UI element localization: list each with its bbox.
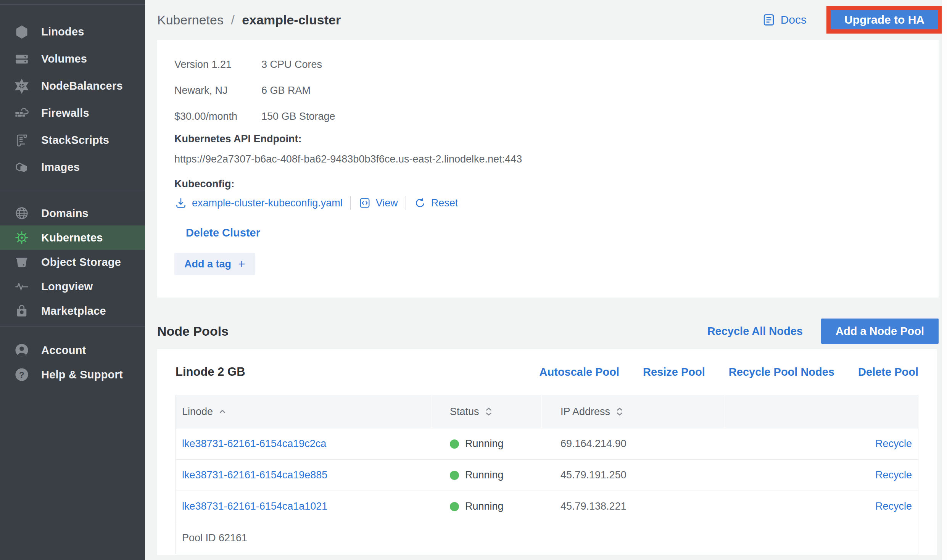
sort-asc-icon: [217, 407, 227, 417]
question-icon: ?: [14, 367, 30, 383]
hexagon-icon: [14, 24, 30, 40]
kubeconfig-reset-link[interactable]: Reset: [414, 196, 458, 209]
sidebar-item-account[interactable]: Account: [0, 338, 145, 362]
header-actions: Docs Upgrade to HA: [762, 6, 942, 34]
sort-icon: [615, 407, 625, 417]
table-row: lke38731-62161-6154ca1a1021 Running 45.7…: [176, 491, 918, 522]
sidebar-item-label: Help & Support: [41, 369, 123, 381]
node-pools-heading: Node Pools: [157, 324, 229, 339]
sort-icon: [484, 407, 494, 417]
node-link[interactable]: lke38731-62161-6154ca1a1021: [182, 500, 327, 512]
svg-text:?: ?: [19, 370, 24, 380]
sidebar-item-nodebalancers[interactable]: NodeBalancers: [0, 72, 145, 100]
docs-link[interactable]: Docs: [762, 13, 807, 27]
status-dot-running: [450, 471, 459, 480]
pulse-icon: [14, 278, 30, 294]
breadcrumb-kubernetes-link[interactable]: Kubernetes: [157, 13, 224, 27]
sidebar-item-stackscripts[interactable]: StackScripts: [0, 127, 145, 154]
column-header-linode[interactable]: Linode: [176, 395, 432, 428]
kubeconfig-download-link[interactable]: example-cluster-kubeconfig.yaml: [174, 196, 343, 209]
cluster-version: Version 1.21: [174, 59, 261, 71]
cluster-cpu: 3 CPU Cores: [261, 59, 322, 71]
node-link[interactable]: lke38731-62161-6154ca19c2ca: [182, 438, 326, 449]
scrollbar[interactable]: [942, 0, 947, 560]
helm-wheel-icon: [14, 230, 30, 246]
sidebar-item-volumes[interactable]: Volumes: [0, 45, 145, 72]
stacked-drives-icon: [14, 51, 30, 67]
summary-card: Version 1.21 3 CPU Cores Newark, NJ 6 GB…: [157, 40, 939, 298]
sidebar: Linodes Volumes NodeBalancers Firewalls: [0, 0, 145, 560]
arrows-hub-icon: [14, 78, 30, 94]
status-text: Running: [465, 438, 504, 450]
document-icon: [762, 13, 776, 27]
sidebar-item-domains[interactable]: Domains: [0, 201, 145, 225]
globe-icon: [14, 205, 30, 221]
recycle-node-link[interactable]: Recycle: [875, 438, 912, 449]
status-dot-running: [450, 502, 459, 511]
add-tag-button[interactable]: Add a tag +: [174, 253, 255, 275]
add-tag-label: Add a tag: [184, 258, 231, 270]
recycle-node-link[interactable]: Recycle: [875, 500, 912, 512]
pool-header: Linode 2 GB Autoscale Pool Resize Pool R…: [176, 349, 918, 395]
sidebar-item-label: StackScripts: [41, 134, 109, 146]
sidebar-item-label: Marketplace: [41, 305, 106, 317]
recycle-all-nodes-link[interactable]: Recycle All Nodes: [707, 325, 803, 338]
breadcrumb: Kubernetes / example-cluster: [157, 13, 341, 27]
sidebar-item-marketplace[interactable]: Marketplace: [0, 299, 145, 323]
person-icon: [14, 342, 30, 358]
status-text: Running: [465, 469, 504, 481]
pool-card: Linode 2 GB Autoscale Pool Resize Pool R…: [157, 349, 937, 555]
api-endpoint-label: Kubernetes API Endpoint:: [174, 133, 921, 145]
autoscale-pool-link[interactable]: Autoscale Pool: [540, 366, 620, 378]
kubeconfig-view-link[interactable]: View: [358, 196, 398, 209]
resize-pool-link[interactable]: Resize Pool: [643, 366, 705, 378]
breadcrumb-separator: /: [231, 13, 234, 27]
plus-icon: +: [238, 257, 245, 271]
column-header-status[interactable]: Status: [432, 395, 542, 428]
delete-cluster-button[interactable]: Delete Cluster: [186, 227, 260, 239]
pool-actions: Autoscale Pool Resize Pool Recycle Pool …: [540, 366, 918, 378]
reset-label: Reset: [431, 197, 458, 209]
sidebar-item-kubernetes[interactable]: Kubernetes: [0, 225, 145, 250]
node-link[interactable]: lke38731-62161-6154ca19e885: [182, 469, 327, 481]
sidebar-item-label: Volumes: [41, 53, 87, 65]
kubeconfig-actions: example-cluster-kubeconfig.yaml View Res…: [174, 195, 921, 211]
spec-row: Newark, NJ 6 GB RAM: [174, 77, 921, 103]
delete-pool-link[interactable]: Delete Pool: [858, 366, 918, 378]
recycle-pool-nodes-link[interactable]: Recycle Pool Nodes: [729, 366, 834, 378]
pool-title: Linode 2 GB: [176, 365, 245, 379]
kubeconfig-filename: example-cluster-kubeconfig.yaml: [192, 197, 343, 209]
add-node-pool-button[interactable]: Add a Node Pool: [821, 319, 939, 344]
table-row: lke38731-62161-6154ca19c2ca Running 69.1…: [176, 428, 918, 459]
sidebar-item-firewalls[interactable]: Firewalls: [0, 100, 145, 127]
page-header: Kubernetes / example-cluster Docs Upgrad…: [157, 0, 942, 40]
node-pools-header: Node Pools Recycle All Nodes Add a Node …: [157, 317, 939, 345]
code-view-icon: [358, 196, 371, 209]
sidebar-section-services: Domains Kubernetes Object Storage Longvi…: [0, 190, 145, 323]
nodes-table: Linode Status IP Address lke38731-62161-…: [176, 395, 918, 554]
recycle-node-link[interactable]: Recycle: [875, 469, 912, 481]
sidebar-item-object-storage[interactable]: Object Storage: [0, 250, 145, 274]
kubeconfig-label: Kubeconfig:: [174, 178, 921, 190]
upgrade-to-ha-button[interactable]: Upgrade to HA: [831, 10, 938, 29]
separator: [350, 196, 351, 210]
node-pools-actions: Recycle All Nodes Add a Node Pool: [707, 319, 939, 344]
sidebar-item-longview[interactable]: Longview: [0, 274, 145, 299]
status-dot-running: [450, 439, 459, 449]
table-header: Linode Status IP Address: [176, 395, 918, 428]
cluster-price: $30.00/month: [174, 111, 261, 122]
download-icon: [174, 196, 187, 209]
sidebar-item-linodes[interactable]: Linodes: [0, 18, 145, 45]
sidebar-item-images[interactable]: Images: [0, 154, 145, 181]
sidebar-item-label: Domains: [41, 207, 89, 220]
sidebar-item-help-support[interactable]: ? Help & Support: [0, 362, 145, 387]
api-endpoint-url: https://9e2a7307-b6ac-408f-ba62-9483b0b3…: [174, 153, 921, 165]
column-header-ip-address[interactable]: IP Address: [542, 395, 725, 428]
table-row: lke38731-62161-6154ca19e885 Running 45.7…: [176, 459, 918, 491]
ip-address: 45.79.138.221: [560, 500, 627, 512]
sidebar-item-label: Firewalls: [41, 107, 89, 119]
brick-wall-cloud-icon: [14, 105, 30, 121]
status-text: Running: [465, 500, 504, 512]
annotation-highlight: Upgrade to HA: [826, 6, 942, 34]
pool-id: Pool ID 62161: [182, 532, 247, 544]
